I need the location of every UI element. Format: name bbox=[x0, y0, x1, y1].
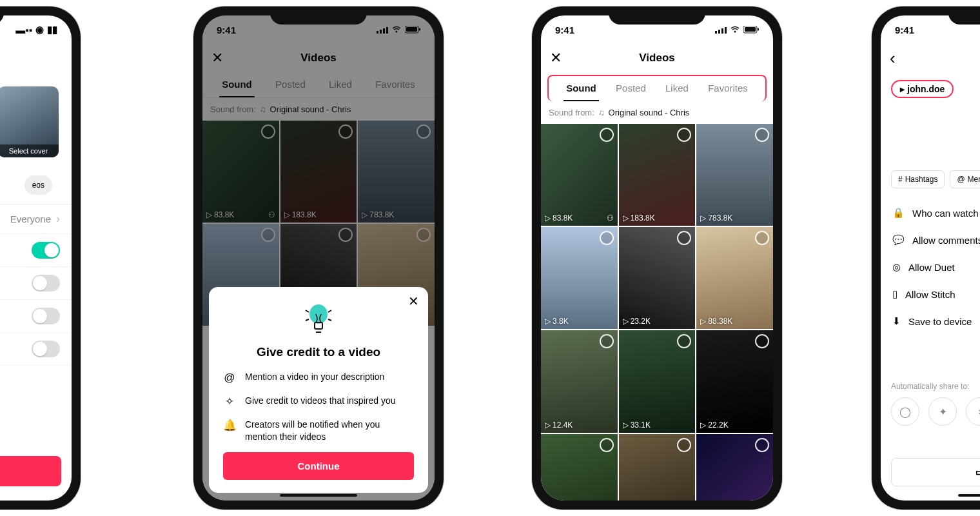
home-indicator bbox=[280, 494, 357, 497]
play-icon: ▷ bbox=[623, 213, 629, 223]
signal-icon bbox=[715, 26, 727, 34]
tab-favorites[interactable]: Favorites bbox=[705, 76, 750, 101]
play-icon: ▷ bbox=[545, 213, 551, 223]
tab-liked[interactable]: Liked bbox=[663, 76, 691, 101]
video-cell[interactable]: ▷23.2K bbox=[619, 227, 696, 329]
video-cell[interactable] bbox=[619, 434, 696, 501]
who-can-watch-row[interactable]: 🔒Who can watch t bbox=[881, 199, 980, 226]
video-tabs-highlighted: Sound Posted Liked Favorites bbox=[547, 75, 767, 101]
videos-header: ✕ Videos bbox=[541, 44, 773, 72]
select-radio[interactable] bbox=[600, 334, 614, 348]
sheet-line-3: Creators will be notified when you menti… bbox=[245, 419, 414, 443]
instagram-share-icon[interactable]: ◯ bbox=[891, 397, 919, 426]
status-bar: ▬▪▪ ◉ ▮▮ bbox=[0, 15, 72, 44]
home-indicator bbox=[958, 494, 980, 497]
lightbulb-icon bbox=[302, 301, 335, 336]
select-radio[interactable] bbox=[677, 438, 691, 452]
select-radio[interactable] bbox=[755, 128, 769, 142]
toggle-row-4[interactable] bbox=[0, 333, 72, 366]
svg-point-14 bbox=[734, 31, 736, 33]
video-cell[interactable] bbox=[696, 434, 773, 501]
play-icon: ▷ bbox=[700, 213, 706, 223]
video-cell[interactable]: ▷33.1K bbox=[619, 330, 696, 432]
play-icon: ▷ bbox=[700, 317, 706, 326]
select-radio[interactable] bbox=[677, 231, 691, 245]
select-radio[interactable] bbox=[755, 438, 769, 452]
select-radio[interactable] bbox=[677, 128, 691, 142]
video-cell[interactable]: ▷783.8K bbox=[696, 124, 773, 226]
toggle-row-1[interactable] bbox=[0, 234, 72, 267]
sheet-line-1: Mention a video in your description bbox=[245, 371, 384, 383]
chevron-right-icon: › bbox=[56, 212, 60, 226]
video-cell[interactable]: ▷12.4K bbox=[541, 330, 618, 432]
play-icon: ▷ bbox=[623, 421, 629, 430]
select-radio[interactable] bbox=[755, 334, 769, 348]
hashtags-chip[interactable]: # Hashtags bbox=[891, 170, 945, 188]
save-to-device-row[interactable]: ⬇Save to device bbox=[881, 308, 980, 335]
status-indicators bbox=[715, 26, 759, 34]
bell-icon: 🔔 bbox=[223, 419, 236, 433]
video-cell[interactable]: ▷83.8K⚇ bbox=[541, 124, 618, 226]
allow-comments-row[interactable]: 💬Allow comments bbox=[881, 226, 980, 253]
people-icon: ⚇ bbox=[607, 213, 614, 223]
drafts-icon: ▭ bbox=[975, 466, 980, 478]
play-icon: ▷ bbox=[545, 421, 551, 430]
sparkle-icon: ✧ bbox=[223, 395, 236, 410]
music-note-icon: ♫ bbox=[598, 108, 605, 117]
video-cell[interactable]: ▷183.8K bbox=[619, 124, 696, 226]
status-bar: 9:41 bbox=[881, 15, 980, 44]
video-cell[interactable] bbox=[541, 434, 618, 501]
comment-icon: 💬 bbox=[892, 234, 905, 246]
toggle-off[interactable] bbox=[32, 341, 60, 357]
drafts-button[interactable]: ▭Drafts bbox=[891, 458, 980, 486]
play-triangle-icon: ▸ bbox=[900, 84, 905, 94]
phone-videos-modal: 9:41 ✕ Videos Sound Posted Liked Favorit… bbox=[193, 6, 444, 510]
play-icon: ▷ bbox=[545, 317, 551, 326]
sound-from-row: Sound from: ♫ Original sound - Chris bbox=[541, 101, 773, 124]
video-cell[interactable]: ▷88.38K bbox=[696, 227, 773, 329]
sheet-line-2: Give credit to videos that inspired you bbox=[245, 395, 395, 407]
select-radio[interactable] bbox=[600, 438, 614, 452]
phone-videos-grid: 9:41 ✕ Videos Sound Posted Liked Favorit… bbox=[532, 6, 782, 510]
wifi-icon bbox=[730, 26, 740, 34]
stories-share-icon[interactable]: ✦ bbox=[928, 397, 957, 426]
video-cell[interactable]: ▷22.2K bbox=[696, 330, 773, 432]
select-radio[interactable] bbox=[677, 334, 691, 348]
videos-chip[interactable]: eos bbox=[24, 175, 52, 195]
battery-icon bbox=[743, 26, 759, 34]
share-label: Automatically share to: bbox=[891, 382, 969, 391]
svg-rect-16 bbox=[745, 27, 756, 32]
post-button[interactable]: ✦ Post bbox=[0, 456, 61, 486]
privacy-row[interactable]: Everyone› bbox=[0, 204, 72, 234]
close-icon[interactable]: ✕ bbox=[550, 50, 562, 66]
other-share-icon[interactable]: › bbox=[966, 397, 980, 426]
select-radio[interactable] bbox=[600, 128, 614, 142]
toggle-row-2[interactable] bbox=[0, 267, 72, 300]
svg-rect-10 bbox=[715, 31, 717, 34]
continue-button[interactable]: Continue bbox=[223, 452, 414, 480]
tab-posted[interactable]: Posted bbox=[613, 76, 649, 101]
battery-icon: ▮▮ bbox=[47, 24, 57, 35]
cover-thumbnail[interactable]: Select cover bbox=[0, 86, 59, 157]
toggle-on[interactable] bbox=[32, 242, 60, 259]
tab-sound[interactable]: Sound bbox=[564, 76, 599, 101]
mentions-chip[interactable]: @ Ment bbox=[950, 170, 980, 188]
status-bar: 9:41 bbox=[541, 15, 773, 44]
allow-duet-row[interactable]: ◎Allow Duet bbox=[881, 253, 980, 281]
svg-rect-11 bbox=[718, 30, 720, 34]
play-icon: ▷ bbox=[700, 421, 706, 430]
svg-point-8 bbox=[309, 304, 328, 324]
toggle-row-3[interactable] bbox=[0, 300, 72, 333]
credit-sheet: ✕ Give credit to a video @Mention a vide… bbox=[209, 287, 428, 493]
video-cell[interactable]: ▷3.8K bbox=[541, 227, 618, 329]
select-radio[interactable] bbox=[600, 231, 614, 245]
toggle-off[interactable] bbox=[32, 308, 60, 324]
chevron-left-icon[interactable]: ‹ bbox=[890, 48, 896, 68]
page-title: Videos bbox=[639, 52, 674, 64]
sheet-close-icon[interactable]: ✕ bbox=[408, 293, 419, 309]
svg-rect-12 bbox=[721, 28, 723, 34]
select-radio[interactable] bbox=[755, 231, 769, 245]
toggle-off[interactable] bbox=[32, 275, 60, 292]
allow-stitch-row[interactable]: ▯Allow Stitch bbox=[881, 281, 980, 308]
mention-chip-highlighted[interactable]: ▸john.doe bbox=[891, 80, 954, 98]
